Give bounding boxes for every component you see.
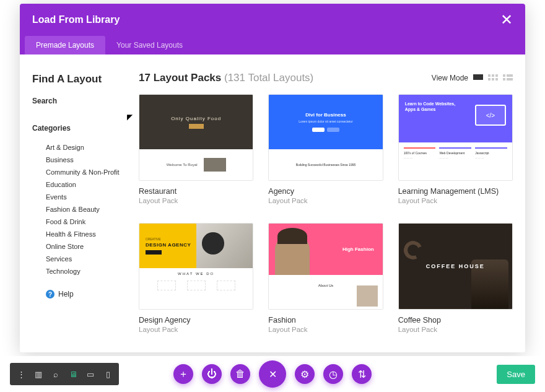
pack-title-suffix: Layout Packs (154, 72, 222, 84)
tablet-view-icon[interactable]: ▭ (82, 365, 99, 383)
view-mode: View Mode (432, 74, 513, 82)
close-icon: ✕ (500, 11, 513, 28)
category-item[interactable]: Art & Design (46, 141, 131, 154)
main-header: 17 Layout Packs (131 Total Layouts) View… (139, 72, 513, 84)
search-label[interactable]: Search (32, 97, 131, 105)
layout-title: Learning Management (LMS) (398, 187, 513, 196)
tab-premade-layouts[interactable]: Premade Layouts (25, 36, 105, 54)
tab-saved-layouts[interactable]: Your Saved Layouts (105, 36, 194, 54)
categories-label: Categories (32, 124, 131, 133)
layout-title: Design Agency (139, 316, 253, 324)
history-button[interactable]: ◷ (323, 364, 343, 384)
view-grid-icon[interactable] (488, 74, 498, 82)
layout-card-restaurant[interactable]: Only Quality Food Welcome To Royal Resta… (139, 94, 253, 204)
category-item[interactable]: Online Store (46, 240, 131, 253)
clock-icon: ◷ (329, 368, 338, 380)
add-button[interactable]: ＋ (173, 364, 193, 384)
layout-thumb: Only Quality Food Welcome To Royal (139, 94, 253, 181)
layout-card-design-agency[interactable]: CREATIVEDESIGN AGENCY WHAT WE DO Design … (139, 223, 253, 333)
modal-header: Load From Library ✕ (20, 4, 525, 36)
layout-card-lms[interactable]: Learn to Code Websites, Apps & Games 100… (398, 94, 513, 204)
layout-thumb: CREATIVEDESIGN AGENCY WHAT WE DO (139, 223, 253, 310)
layout-thumb: Divi for BusinessLorem ipsum dolor sit a… (268, 94, 383, 181)
swap-button[interactable]: ⇅ (352, 364, 372, 384)
modal-body: Find A Layout Search Categories Art & De… (20, 54, 525, 352)
zoom-icon[interactable]: ⌕ (47, 365, 64, 383)
category-item[interactable]: Community & Non-Profit (46, 166, 131, 178)
category-item[interactable]: Food & Drink (46, 216, 131, 228)
view-card-icon[interactable] (473, 74, 483, 82)
modal-title: Load From Library (32, 14, 120, 25)
delete-button[interactable]: 🗑 (230, 364, 250, 384)
desktop-view-icon[interactable]: 🖥 (64, 365, 82, 383)
view-list-icon[interactable] (503, 74, 513, 82)
sidebar-heading: Find A Layout (32, 73, 131, 85)
layout-thumb: Learn to Code Websites, Apps & Games 100… (398, 94, 513, 181)
plus-icon: ＋ (178, 368, 188, 381)
categories-list: Art & Design Business Community & Non-Pr… (32, 141, 131, 277)
save-button[interactable]: Save (497, 365, 535, 384)
category-item[interactable]: Education (46, 178, 131, 191)
sidebar: Find A Layout Search Categories Art & De… (20, 57, 131, 352)
category-item[interactable]: Fashion & Beauty (46, 203, 131, 216)
power-button[interactable]: ⏻ (202, 364, 222, 384)
layout-sub: Layout Pack (268, 326, 383, 333)
layout-sub: Layout Pack (398, 197, 513, 204)
close-builder-button[interactable]: ✕ (259, 360, 286, 388)
layout-sub: Layout Pack (139, 326, 253, 333)
layout-card-fashion[interactable]: High Fashion About Us Fashion Layout Pac… (268, 223, 383, 333)
close-icon: ✕ (269, 368, 277, 380)
help-label: Help (58, 290, 74, 298)
pack-count: 17 (139, 72, 150, 84)
gear-icon: ⚙ (300, 368, 309, 380)
trash-icon: 🗑 (235, 368, 245, 380)
power-icon: ⏻ (207, 368, 217, 380)
category-item[interactable]: Technology (46, 265, 131, 277)
category-item[interactable]: Services (46, 253, 131, 265)
layout-sub: Layout Pack (398, 326, 513, 333)
layout-grid: Only Quality Food Welcome To Royal Resta… (139, 94, 513, 333)
layout-card-coffee-shop[interactable]: COFFEE HOUSE Coffee Shop Layout Pack (398, 223, 513, 333)
category-item[interactable]: Health & Fitness (46, 228, 131, 240)
layout-title: Agency (268, 187, 383, 196)
layout-thumb: High Fashion About Us (268, 223, 383, 310)
help-link[interactable]: ? Help (32, 290, 131, 298)
wireframe-view-icon[interactable]: ▥ (30, 365, 47, 383)
layout-title: Fashion (268, 316, 383, 324)
layout-packs-title: 17 Layout Packs (131 Total Layouts) (139, 72, 313, 84)
modal-tabs: Premade Layouts Your Saved Layouts (20, 36, 525, 54)
layout-thumb: COFFEE HOUSE (398, 223, 513, 310)
more-icon[interactable]: ⋮ (12, 365, 30, 383)
settings-button[interactable]: ⚙ (295, 364, 315, 384)
library-modal: Load From Library ✕ Premade Layouts Your… (20, 4, 525, 352)
help-icon: ? (46, 290, 54, 298)
layout-card-agency[interactable]: Divi for BusinessLorem ipsum dolor sit a… (268, 94, 383, 204)
left-toolbar: ⋮ ▥ ⌕ 🖥 ▭ ▯ (10, 363, 119, 385)
center-toolbar: ＋ ⏻ 🗑 ✕ ⚙ ◷ ⇅ (173, 360, 372, 388)
builder-bottom-bar: ⋮ ▥ ⌕ 🖥 ▭ ▯ ＋ ⏻ 🗑 ✕ ⚙ ◷ ⇅ Save (0, 356, 545, 392)
view-mode-label: View Mode (432, 74, 468, 82)
pack-total: (131 Total Layouts) (224, 72, 313, 84)
arrows-icon: ⇅ (358, 368, 366, 380)
phone-view-icon[interactable]: ▯ (99, 365, 116, 383)
category-item[interactable]: Events (46, 191, 131, 203)
main-panel: 17 Layout Packs (131 Total Layouts) View… (131, 57, 525, 352)
close-button[interactable]: ✕ (500, 12, 513, 27)
layout-title: Restaurant (139, 187, 253, 196)
layout-sub: Layout Pack (139, 197, 253, 204)
category-item[interactable]: Business (46, 154, 131, 166)
layout-title: Coffee Shop (398, 316, 513, 324)
layout-sub: Layout Pack (268, 197, 383, 204)
